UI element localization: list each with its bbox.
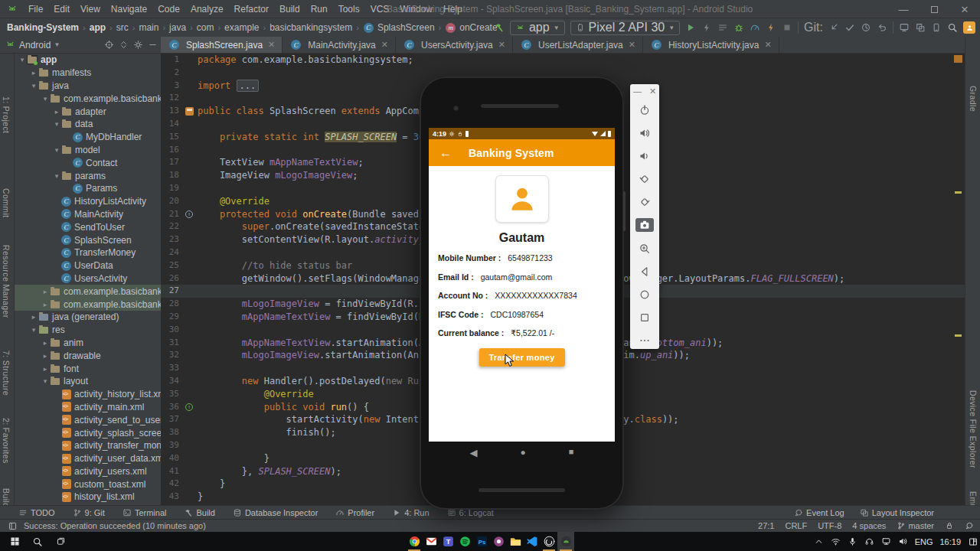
- tree-item-activity_users-xml[interactable]: activity_users.xml: [15, 465, 161, 478]
- menu-navigate[interactable]: Navigate: [106, 0, 152, 18]
- menu-tools[interactable]: Tools: [333, 0, 365, 18]
- breadcrumb-com[interactable]: com: [196, 22, 215, 33]
- device-selector[interactable]: Pixel 2 API 30▼: [570, 21, 681, 35]
- language-indicator[interactable]: ENG: [915, 537, 933, 546]
- toolbar-search-icon[interactable]: [947, 22, 958, 33]
- tree-item-java-generated-[interactable]: ▸java (generated): [15, 311, 161, 324]
- chevron-right-icon[interactable]: ▸: [52, 108, 61, 116]
- tree-item-activity_history_list-xml[interactable]: activity_history_list.xml: [15, 388, 161, 401]
- tool-window-database-inspector[interactable]: Database Inspector: [233, 508, 318, 517]
- taskbar-app-vscode[interactable]: [524, 532, 541, 551]
- transfer-money-button[interactable]: Transfer money: [479, 348, 564, 367]
- tray-mic-icon[interactable]: [848, 536, 858, 546]
- tree-item-app[interactable]: ▾app: [15, 54, 161, 67]
- tool-button-gradle[interactable]: Gradle: [969, 86, 978, 112]
- maximize-button[interactable]: [919, 0, 949, 18]
- tool-button-commit[interactable]: Commit: [2, 188, 11, 218]
- user-avatar[interactable]: [963, 21, 975, 34]
- emulator-camera-icon[interactable]: [635, 218, 654, 232]
- chevron-down-icon[interactable]: ▾: [52, 146, 61, 154]
- chevron-down-icon[interactable]: ▾: [29, 326, 38, 334]
- menu-file[interactable]: File: [23, 0, 48, 18]
- chevron-right-icon[interactable]: ▸: [41, 352, 50, 360]
- emulator-rotr-icon[interactable]: [636, 195, 653, 208]
- tree-item-activity_main-xml[interactable]: activity_main.xml: [15, 401, 161, 414]
- tool-button-1-project[interactable]: 1: Project: [2, 96, 11, 133]
- tool-window-layout-inspector[interactable]: Layout Inspector: [860, 508, 934, 517]
- settings-gear-icon[interactable]: [133, 40, 143, 50]
- tree-item-data[interactable]: ▾data: [15, 118, 161, 131]
- tree-item-adapter[interactable]: ▸adapter: [15, 105, 161, 118]
- close-icon[interactable]: ✕: [268, 40, 275, 50]
- nav-overview-button[interactable]: ■: [569, 447, 574, 458]
- toolbar-layins-icon[interactable]: [915, 22, 926, 33]
- toolbar-bug-icon[interactable]: [733, 22, 744, 33]
- breadcrumb-example[interactable]: example: [224, 22, 260, 33]
- tab-mainactivity-java[interactable]: CMainActivity.java✕: [283, 37, 396, 53]
- chevron-down-icon[interactable]: ▾: [52, 120, 61, 128]
- close-icon[interactable]: ✕: [498, 40, 505, 50]
- git-arrdl-icon[interactable]: [828, 22, 839, 33]
- tree-item-custom_toast-xml[interactable]: custom_toast.xml: [15, 478, 161, 491]
- chevron-right-icon[interactable]: ▸: [41, 339, 50, 347]
- toolbar-bolt-icon[interactable]: [701, 22, 712, 33]
- git-undo-icon[interactable]: [877, 22, 887, 33]
- tool-window-profiler[interactable]: Profiler: [335, 508, 374, 517]
- tree-item-params[interactable]: CParams: [15, 182, 161, 195]
- breadcrumb-oncreate[interactable]: onCreate: [459, 22, 498, 33]
- chevron-down-icon[interactable]: ▾: [18, 56, 27, 64]
- emulator-rotl-icon[interactable]: [636, 172, 653, 185]
- tree-item-drawable[interactable]: ▸drawable: [15, 349, 161, 362]
- emulator-minimize-button[interactable]: —: [633, 86, 642, 98]
- task-view-button[interactable]: [49, 532, 72, 551]
- tree-item-transfermoney[interactable]: CTransferMoney: [15, 246, 161, 259]
- tree-item-contact[interactable]: CContact: [15, 156, 161, 169]
- emulator-zoomp-icon[interactable]: [636, 242, 653, 255]
- emulator-backtri-icon[interactable]: [636, 265, 653, 278]
- run-config-selector[interactable]: app▼: [510, 21, 565, 35]
- taskbar-app-photoshop[interactable]: Ps: [473, 532, 490, 551]
- hide-panel-icon[interactable]: [148, 40, 158, 50]
- menu-view[interactable]: View: [75, 0, 106, 18]
- close-icon[interactable]: ✕: [629, 40, 635, 50]
- tree-item-activity_send_to_user-xml[interactable]: activity_send_to_user.xml: [15, 413, 161, 426]
- chevron-down-icon[interactable]: ▾: [41, 95, 50, 103]
- toolbar-stop-icon[interactable]: [782, 22, 792, 33]
- tool-button-2-favorites[interactable]: 2: Favorites: [2, 418, 11, 464]
- notifications-icon[interactable]: [965, 521, 974, 530]
- lock-icon[interactable]: [945, 521, 954, 530]
- menu-refactor[interactable]: Refactor: [229, 0, 274, 18]
- tool-window-terminal[interactable]: Terminal: [122, 508, 167, 517]
- nav-back-button[interactable]: ◀: [470, 447, 478, 458]
- override-gutter-icon[interactable]: ↑: [185, 210, 193, 218]
- emulator-voldn-icon[interactable]: [636, 149, 653, 162]
- toolbar-phone-icon[interactable]: [931, 22, 942, 33]
- chevron-right-icon[interactable]: ▸: [41, 288, 50, 295]
- taskbar-app-media[interactable]: [490, 532, 507, 551]
- tree-item-activity_user_data-xml[interactable]: activity_user_data.xml: [15, 452, 161, 465]
- git-branch-widget[interactable]: master: [897, 521, 934, 530]
- tree-item-mydbhandler[interactable]: CMyDbHandler: [15, 131, 161, 144]
- tree-item-font[interactable]: ▸font: [15, 362, 161, 375]
- tray-network-icon[interactable]: [881, 536, 891, 546]
- nav-home-button[interactable]: ●: [521, 447, 526, 458]
- menu-build[interactable]: Build: [274, 0, 305, 18]
- tab-splashscreen-java[interactable]: CSplashScreen.java✕: [161, 37, 283, 53]
- tab-historylistactivity-java[interactable]: CHistoryListActivity.java✕: [643, 37, 779, 53]
- taskbar-app-teams[interactable]: T: [439, 532, 456, 551]
- close-button[interactable]: ✕: [949, 0, 980, 18]
- tree-item-com-example-basicbankingsystem[interactable]: ▸com.example.basicbankingsystem: [15, 298, 161, 311]
- emulator-oversq-icon[interactable]: [636, 311, 653, 324]
- toolbar-play-icon[interactable]: [685, 22, 696, 33]
- taskbar-app-gmail[interactable]: [423, 532, 439, 551]
- breadcrumb-main[interactable]: main: [138, 22, 159, 33]
- tree-item-res[interactable]: ▾res: [15, 324, 161, 337]
- tree-item-activity_splash_screen-xml[interactable]: activity_splash_screen.xml: [15, 426, 161, 439]
- tool-window-todo[interactable]: TODO: [18, 508, 55, 517]
- tab-userlistadapter-java[interactable]: CUserListAdapter.java✕: [513, 37, 643, 53]
- close-icon[interactable]: ✕: [764, 40, 771, 50]
- project-view-selector[interactable]: Android: [19, 40, 51, 51]
- emulator-power-icon[interactable]: [636, 103, 653, 116]
- close-icon[interactable]: ✕: [381, 40, 388, 50]
- action-center-icon[interactable]: [968, 536, 978, 547]
